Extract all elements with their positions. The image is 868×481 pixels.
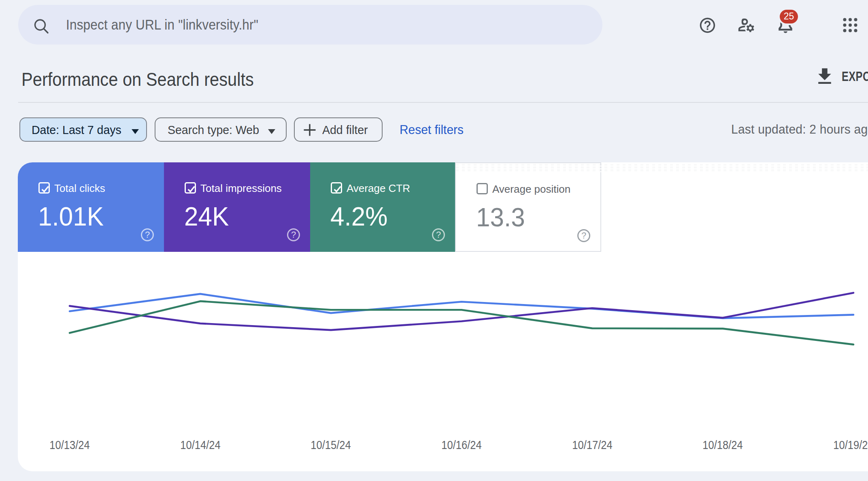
x-axis-label: 10/13/24	[49, 438, 89, 452]
panel-top-texture	[456, 164, 868, 172]
average-position-card[interactable]: Average position 13.3 ?	[455, 162, 601, 252]
x-axis-label: 10/19/24	[833, 438, 868, 452]
performance-panel: Total clicks 1.01K ? Total impressions 2…	[18, 162, 868, 471]
help-icon[interactable]: ?	[141, 228, 154, 241]
help-icon[interactable]	[698, 16, 717, 34]
x-axis-label: 10/17/24	[572, 438, 612, 452]
card-value: 4.2%	[330, 203, 387, 230]
add-filter-chip[interactable]: Add filter	[294, 117, 383, 142]
title-divider	[18, 102, 868, 103]
url-inspect-search-bar[interactable]: Inspect any URL in "linkversity.hr"	[18, 5, 602, 45]
card-label: Total clicks	[54, 182, 105, 194]
card-label: Average CTR	[347, 182, 410, 194]
chevron-down-icon	[132, 129, 139, 134]
page-title: Performance on Search results	[21, 69, 254, 89]
card-label: Average position	[492, 183, 570, 195]
total-impressions-card[interactable]: Total impressions 24K ?	[164, 162, 310, 252]
download-icon	[814, 66, 836, 87]
help-icon[interactable]: ?	[577, 229, 590, 242]
last-updated-text: Last updated: 2 hours ago	[731, 117, 868, 142]
search-type-label: Search type: Web	[168, 118, 259, 141]
average-ctr-checkbox[interactable]	[331, 182, 342, 194]
add-filter-label: Add filter	[322, 118, 368, 141]
card-value: 1.01K	[38, 203, 104, 230]
card-label: Total impressions	[200, 182, 282, 194]
export-button[interactable]: EXPORT	[814, 66, 868, 87]
help-icon[interactable]: ?	[287, 228, 300, 241]
chart-line-average-ctr	[70, 301, 853, 345]
total-clicks-checkbox[interactable]	[38, 182, 50, 194]
apps-grid-icon[interactable]	[841, 16, 859, 34]
average-ctr-card[interactable]: Average CTR 4.2% ?	[310, 162, 455, 252]
export-label: EXPORT	[842, 68, 868, 85]
reset-filters-link[interactable]: Reset filters	[400, 117, 464, 142]
plus-icon	[303, 123, 316, 136]
x-axis-label: 10/18/24	[703, 438, 743, 452]
card-value: 24K	[184, 203, 229, 230]
help-icon[interactable]: ?	[432, 228, 445, 241]
notification-badge: 25	[780, 10, 798, 23]
chart-line-total-impressions	[70, 293, 853, 330]
total-impressions-checkbox[interactable]	[185, 182, 196, 194]
total-clicks-card[interactable]: Total clicks 1.01K ?	[18, 162, 164, 252]
average-position-checkbox[interactable]	[477, 183, 488, 194]
chart-x-axis-labels: 10/13/2410/14/2410/15/2410/16/2410/17/24…	[18, 438, 868, 453]
date-filter-label: Date: Last 7 days	[32, 118, 121, 141]
date-filter-chip[interactable]: Date: Last 7 days	[19, 117, 147, 142]
search-icon	[32, 16, 49, 34]
x-axis-label: 10/14/24	[180, 438, 220, 452]
x-axis-label: 10/15/24	[311, 438, 351, 452]
card-value: 13.3	[476, 204, 525, 231]
chevron-down-icon	[268, 129, 275, 134]
search-input-placeholder: Inspect any URL in "linkversity.hr"	[66, 5, 258, 45]
x-axis-label: 10/16/24	[441, 438, 481, 452]
search-type-filter-chip[interactable]: Search type: Web	[155, 117, 287, 142]
manage-accounts-icon[interactable]	[737, 15, 756, 34]
